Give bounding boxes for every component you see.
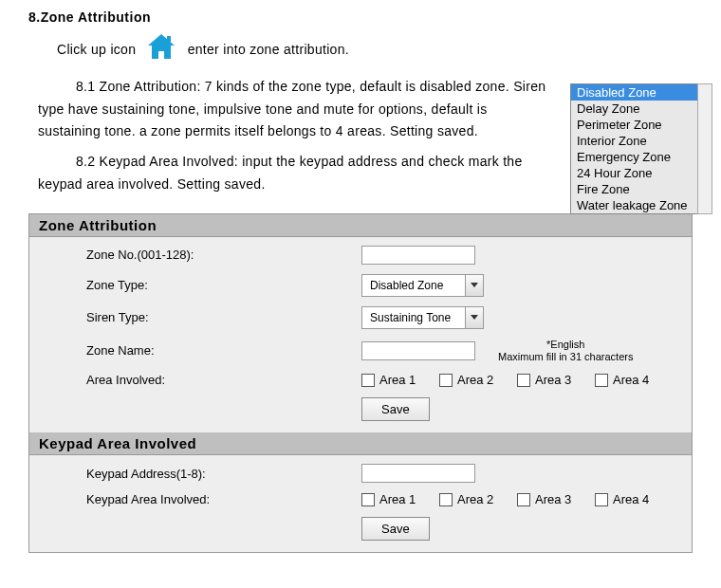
zone-name-hint-top: *English — [498, 339, 633, 351]
zone-type-option[interactable]: 24 Hour Zone — [571, 165, 712, 181]
chevron-down-icon[interactable] — [465, 307, 483, 328]
kp-area2-label: Area 2 — [457, 492, 493, 506]
panel-section-title-zone: Zone Attribution — [29, 214, 692, 237]
zone-name-label: Zone Name: — [86, 343, 361, 358]
zone-type-label: Zone Type: — [86, 278, 361, 292]
kp-area2-checkbox[interactable]: Area 2 — [439, 492, 517, 506]
kp-area1-checkbox[interactable]: Area 1 — [361, 492, 439, 506]
zone-name-hint: *English Maximum fill in 31 characters — [498, 339, 633, 363]
section-heading: 8.Zone Attribution — [28, 9, 702, 25]
zone-type-option[interactable]: Emergency Zone — [571, 149, 712, 165]
save-button[interactable]: Save — [361, 397, 430, 421]
chevron-down-icon[interactable] — [465, 275, 483, 296]
keypad-address-label: Keypad Address(1-8): — [86, 467, 361, 481]
area1-label: Area 1 — [379, 373, 416, 387]
keypad-address-input[interactable] — [361, 464, 475, 483]
siren-type-select[interactable]: Sustaining Tone — [361, 306, 484, 329]
house-icon — [145, 32, 177, 68]
kp-area3-checkbox[interactable]: Area 3 — [517, 492, 595, 506]
zone-type-value: Disabled Zone — [362, 279, 465, 292]
intro-before: Click up icon — [57, 42, 136, 57]
area-involved-label: Area Involved: — [86, 373, 361, 387]
zone-type-option[interactable]: Interior Zone — [571, 133, 712, 149]
save-button[interactable]: Save — [361, 517, 430, 541]
area1-checkbox[interactable]: Area 1 — [361, 373, 439, 387]
intro-paragraph: Click up icon enter into zone attributio… — [57, 32, 550, 68]
zone-no-label: Zone No.(001-128): — [86, 248, 361, 262]
zone-type-option[interactable]: Perimeter Zone — [571, 117, 712, 133]
zone-type-option[interactable]: Water leakage Zone — [571, 197, 712, 213]
paragraph-81: 8.1 Zone Attribution: 7 kinds of the zon… — [38, 76, 550, 143]
scrollbar[interactable] — [697, 83, 712, 214]
kp-area1-label: Area 1 — [379, 492, 416, 506]
panel-section-title-keypad: Keypad Area Involved — [29, 432, 692, 455]
zone-name-input[interactable] — [361, 341, 475, 360]
area2-checkbox[interactable]: Area 2 — [439, 373, 517, 387]
siren-type-value: Sustaining Tone — [362, 311, 465, 324]
zone-type-listbox[interactable]: Disabled Zone Delay Zone Perimeter Zone … — [570, 83, 712, 214]
config-panel: Zone Attribution Zone No.(001-128): Zone… — [28, 213, 693, 553]
kp-area4-label: Area 4 — [613, 492, 649, 506]
kp-area3-label: Area 3 — [535, 492, 571, 506]
area4-label: Area 4 — [613, 373, 649, 387]
keypad-area-label: Keypad Area Involved: — [86, 492, 361, 506]
zone-type-option[interactable]: Fire Zone — [571, 181, 712, 197]
area3-checkbox[interactable]: Area 3 — [517, 373, 595, 387]
intro-after: enter into zone attribution. — [188, 42, 349, 57]
zone-type-select[interactable]: Disabled Zone — [361, 274, 484, 297]
area3-label: Area 3 — [535, 373, 571, 387]
zone-type-option[interactable]: Delay Zone — [571, 101, 712, 117]
area4-checkbox[interactable]: Area 4 — [595, 373, 673, 387]
kp-area4-checkbox[interactable]: Area 4 — [595, 492, 673, 506]
siren-type-label: Siren Type: — [86, 310, 361, 324]
zone-name-hint-bot: Maximum fill in 31 characters — [498, 351, 633, 363]
zone-type-option[interactable]: Disabled Zone — [571, 84, 712, 101]
area2-label: Area 2 — [457, 373, 493, 387]
svg-rect-1 — [167, 36, 171, 42]
paragraph-82: 8.2 Keypad Area Involved: input the keyp… — [38, 151, 550, 196]
zone-no-input[interactable] — [361, 246, 475, 265]
